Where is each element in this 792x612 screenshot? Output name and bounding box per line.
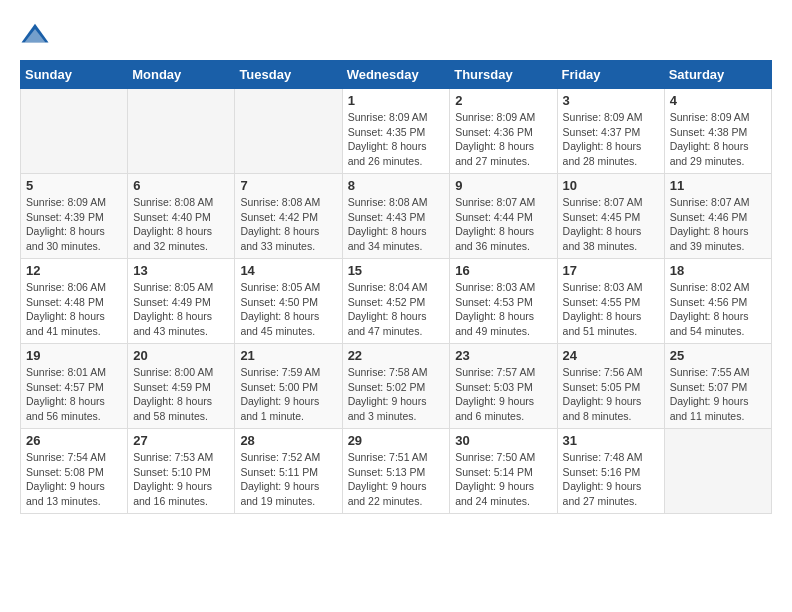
calendar-cell [128,89,235,174]
day-number: 2 [455,93,551,108]
day-info: Sunrise: 7:58 AM Sunset: 5:02 PM Dayligh… [348,365,445,424]
day-info: Sunrise: 8:07 AM Sunset: 4:45 PM Dayligh… [563,195,659,254]
day-info: Sunrise: 7:52 AM Sunset: 5:11 PM Dayligh… [240,450,336,509]
day-number: 16 [455,263,551,278]
calendar-cell: 11Sunrise: 8:07 AM Sunset: 4:46 PM Dayli… [664,174,771,259]
calendar-cell: 12Sunrise: 8:06 AM Sunset: 4:48 PM Dayli… [21,259,128,344]
day-number: 28 [240,433,336,448]
day-info: Sunrise: 8:08 AM Sunset: 4:40 PM Dayligh… [133,195,229,254]
day-info: Sunrise: 7:54 AM Sunset: 5:08 PM Dayligh… [26,450,122,509]
day-info: Sunrise: 7:51 AM Sunset: 5:13 PM Dayligh… [348,450,445,509]
calendar-cell: 17Sunrise: 8:03 AM Sunset: 4:55 PM Dayli… [557,259,664,344]
day-number: 21 [240,348,336,363]
day-info: Sunrise: 8:06 AM Sunset: 4:48 PM Dayligh… [26,280,122,339]
day-number: 5 [26,178,122,193]
day-info: Sunrise: 7:56 AM Sunset: 5:05 PM Dayligh… [563,365,659,424]
weekday-header: Wednesday [342,61,450,89]
calendar-cell: 8Sunrise: 8:08 AM Sunset: 4:43 PM Daylig… [342,174,450,259]
day-info: Sunrise: 8:04 AM Sunset: 4:52 PM Dayligh… [348,280,445,339]
day-number: 9 [455,178,551,193]
day-number: 24 [563,348,659,363]
calendar-cell: 28Sunrise: 7:52 AM Sunset: 5:11 PM Dayli… [235,429,342,514]
day-info: Sunrise: 7:53 AM Sunset: 5:10 PM Dayligh… [133,450,229,509]
day-number: 1 [348,93,445,108]
day-number: 4 [670,93,766,108]
day-info: Sunrise: 8:05 AM Sunset: 4:49 PM Dayligh… [133,280,229,339]
calendar-week-row: 19Sunrise: 8:01 AM Sunset: 4:57 PM Dayli… [21,344,772,429]
calendar-cell: 10Sunrise: 8:07 AM Sunset: 4:45 PM Dayli… [557,174,664,259]
day-number: 14 [240,263,336,278]
day-info: Sunrise: 8:08 AM Sunset: 4:42 PM Dayligh… [240,195,336,254]
day-number: 6 [133,178,229,193]
day-info: Sunrise: 7:50 AM Sunset: 5:14 PM Dayligh… [455,450,551,509]
day-info: Sunrise: 7:55 AM Sunset: 5:07 PM Dayligh… [670,365,766,424]
day-info: Sunrise: 8:09 AM Sunset: 4:35 PM Dayligh… [348,110,445,169]
calendar-cell: 6Sunrise: 8:08 AM Sunset: 4:40 PM Daylig… [128,174,235,259]
calendar-header-row: SundayMondayTuesdayWednesdayThursdayFrid… [21,61,772,89]
calendar-cell: 26Sunrise: 7:54 AM Sunset: 5:08 PM Dayli… [21,429,128,514]
day-number: 20 [133,348,229,363]
calendar-week-row: 12Sunrise: 8:06 AM Sunset: 4:48 PM Dayli… [21,259,772,344]
day-info: Sunrise: 7:57 AM Sunset: 5:03 PM Dayligh… [455,365,551,424]
day-number: 27 [133,433,229,448]
calendar-cell: 19Sunrise: 8:01 AM Sunset: 4:57 PM Dayli… [21,344,128,429]
day-number: 29 [348,433,445,448]
logo-icon [20,20,50,50]
day-number: 31 [563,433,659,448]
weekday-header: Thursday [450,61,557,89]
calendar-cell: 9Sunrise: 8:07 AM Sunset: 4:44 PM Daylig… [450,174,557,259]
day-number: 12 [26,263,122,278]
calendar-cell [664,429,771,514]
calendar-cell: 16Sunrise: 8:03 AM Sunset: 4:53 PM Dayli… [450,259,557,344]
calendar-cell: 23Sunrise: 7:57 AM Sunset: 5:03 PM Dayli… [450,344,557,429]
calendar-cell: 25Sunrise: 7:55 AM Sunset: 5:07 PM Dayli… [664,344,771,429]
calendar-cell: 20Sunrise: 8:00 AM Sunset: 4:59 PM Dayli… [128,344,235,429]
day-number: 8 [348,178,445,193]
calendar-cell: 22Sunrise: 7:58 AM Sunset: 5:02 PM Dayli… [342,344,450,429]
calendar-cell: 14Sunrise: 8:05 AM Sunset: 4:50 PM Dayli… [235,259,342,344]
day-number: 10 [563,178,659,193]
page-header [20,20,772,50]
day-info: Sunrise: 8:05 AM Sunset: 4:50 PM Dayligh… [240,280,336,339]
day-info: Sunrise: 8:09 AM Sunset: 4:36 PM Dayligh… [455,110,551,169]
day-number: 22 [348,348,445,363]
day-info: Sunrise: 8:03 AM Sunset: 4:53 PM Dayligh… [455,280,551,339]
calendar-cell: 29Sunrise: 7:51 AM Sunset: 5:13 PM Dayli… [342,429,450,514]
calendar-cell: 24Sunrise: 7:56 AM Sunset: 5:05 PM Dayli… [557,344,664,429]
calendar-cell: 21Sunrise: 7:59 AM Sunset: 5:00 PM Dayli… [235,344,342,429]
day-number: 23 [455,348,551,363]
day-number: 25 [670,348,766,363]
calendar-cell: 15Sunrise: 8:04 AM Sunset: 4:52 PM Dayli… [342,259,450,344]
day-number: 15 [348,263,445,278]
day-number: 7 [240,178,336,193]
calendar-cell: 2Sunrise: 8:09 AM Sunset: 4:36 PM Daylig… [450,89,557,174]
day-info: Sunrise: 8:07 AM Sunset: 4:44 PM Dayligh… [455,195,551,254]
calendar-cell: 3Sunrise: 8:09 AM Sunset: 4:37 PM Daylig… [557,89,664,174]
calendar-cell [21,89,128,174]
calendar-cell: 4Sunrise: 8:09 AM Sunset: 4:38 PM Daylig… [664,89,771,174]
day-number: 17 [563,263,659,278]
calendar-week-row: 1Sunrise: 8:09 AM Sunset: 4:35 PM Daylig… [21,89,772,174]
weekday-header: Monday [128,61,235,89]
calendar-cell: 27Sunrise: 7:53 AM Sunset: 5:10 PM Dayli… [128,429,235,514]
logo [20,20,56,50]
day-number: 30 [455,433,551,448]
weekday-header: Friday [557,61,664,89]
calendar-cell: 1Sunrise: 8:09 AM Sunset: 4:35 PM Daylig… [342,89,450,174]
day-number: 18 [670,263,766,278]
calendar-cell: 7Sunrise: 8:08 AM Sunset: 4:42 PM Daylig… [235,174,342,259]
calendar-cell: 5Sunrise: 8:09 AM Sunset: 4:39 PM Daylig… [21,174,128,259]
calendar-cell: 30Sunrise: 7:50 AM Sunset: 5:14 PM Dayli… [450,429,557,514]
calendar-cell: 31Sunrise: 7:48 AM Sunset: 5:16 PM Dayli… [557,429,664,514]
day-number: 13 [133,263,229,278]
day-info: Sunrise: 8:00 AM Sunset: 4:59 PM Dayligh… [133,365,229,424]
calendar-cell: 13Sunrise: 8:05 AM Sunset: 4:49 PM Dayli… [128,259,235,344]
day-info: Sunrise: 8:03 AM Sunset: 4:55 PM Dayligh… [563,280,659,339]
weekday-header: Sunday [21,61,128,89]
day-number: 19 [26,348,122,363]
day-info: Sunrise: 8:01 AM Sunset: 4:57 PM Dayligh… [26,365,122,424]
weekday-header: Tuesday [235,61,342,89]
day-number: 11 [670,178,766,193]
day-info: Sunrise: 8:09 AM Sunset: 4:38 PM Dayligh… [670,110,766,169]
calendar-week-row: 26Sunrise: 7:54 AM Sunset: 5:08 PM Dayli… [21,429,772,514]
